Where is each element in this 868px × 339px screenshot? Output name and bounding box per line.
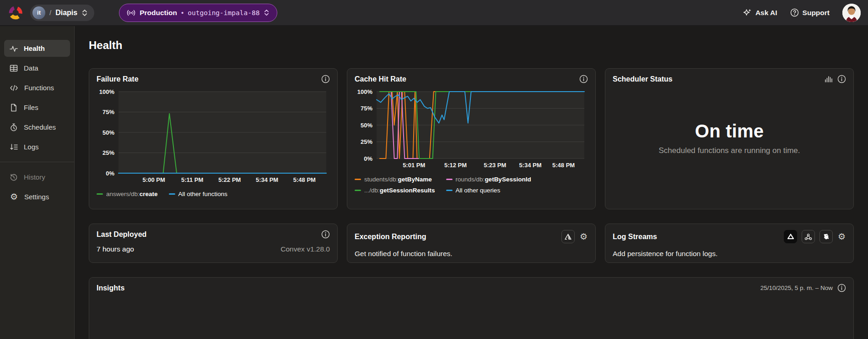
question-circle-icon	[790, 8, 799, 17]
topbar: it / Diapis Production • outgoing-impala…	[0, 0, 868, 26]
insights-date-range: 25/10/2025, 5 p. m. – Now	[760, 284, 833, 291]
svg-text:100%: 100%	[99, 88, 115, 95]
convex-dashboard: it / Diapis Production • outgoing-impala…	[0, 0, 868, 339]
svg-text:5:01 PM: 5:01 PM	[403, 162, 425, 169]
svg-text:5:48 PM: 5:48 PM	[552, 162, 575, 169]
axiom-icon[interactable]	[784, 230, 797, 243]
card-title: Exception Reporting	[355, 233, 426, 241]
sidebar-item-logs[interactable]: Logs	[4, 138, 70, 155]
svg-text:50%: 50%	[102, 129, 114, 136]
card-title: Scheduler Status	[613, 75, 673, 83]
info-icon[interactable]	[579, 75, 588, 83]
exception-reporting-description: Get notified of function failures.	[355, 250, 588, 258]
svg-text:5:11 PM: 5:11 PM	[181, 176, 203, 183]
sparkles-icon	[743, 8, 752, 17]
sidebar: Health Data Functions Files	[0, 26, 75, 339]
card-title: Log Streams	[613, 233, 657, 241]
cache-hit-rate-legend: students/db:getByNamerounds/db:getBySess…	[355, 176, 588, 194]
info-icon[interactable]	[837, 75, 846, 83]
info-icon[interactable]	[837, 284, 846, 292]
scheduler-body: On time Scheduled functions are running …	[605, 121, 853, 155]
health-grid: Failure Rate 0%25%50%75%100%5:00 PM5:11 …	[89, 68, 854, 339]
gear-icon[interactable]: ⚙	[837, 232, 846, 241]
broadcast-icon	[127, 9, 135, 16]
deployment-name: outgoing-impala-88	[188, 9, 259, 16]
card-header: Failure Rate	[97, 75, 330, 83]
svg-text:75%: 75%	[102, 109, 114, 115]
info-icon[interactable]	[321, 230, 330, 239]
scheduler-status-description: Scheduled functions are running on time.	[605, 146, 853, 155]
bar-chart-icon[interactable]	[825, 76, 833, 83]
team-avatar: it	[32, 6, 45, 19]
sidebar-item-label: Logs	[24, 143, 39, 151]
legend-swatch	[355, 190, 361, 191]
sidebar-item-label: Data	[24, 64, 38, 72]
ask-ai-label: Ask AI	[755, 9, 777, 17]
file-icon	[10, 104, 18, 112]
failure-rate-card: Failure Rate 0%25%50%75%100%5:00 PM5:11 …	[89, 68, 338, 209]
sidebar-item-label: Health	[24, 44, 45, 52]
legend-swatch	[446, 179, 453, 180]
scheduler-status-value: On time	[605, 121, 853, 142]
sidebar-item-schedules[interactable]: Schedules	[4, 119, 70, 136]
deployment-env: Production	[140, 9, 177, 17]
sidebar-item-data[interactable]: Data	[4, 60, 70, 77]
datadog-icon[interactable]	[819, 230, 833, 243]
cache-hit-rate-chart[interactable]: 0%25%50%75%100%5:01 PM5:12 PM5:23 PM5:34…	[355, 88, 588, 170]
sidebar-item-history[interactable]: History	[4, 169, 70, 186]
failure-rate-legend: answers/db:createAll other functions	[97, 191, 330, 197]
sidebar-item-health[interactable]: Health	[4, 40, 70, 57]
legend-item: students/db:getByName	[355, 176, 435, 183]
sidebar-item-settings[interactable]: ⚙ Settings	[4, 188, 70, 205]
svg-text:75%: 75%	[361, 105, 372, 112]
chevron-up-down-icon	[81, 9, 88, 16]
svg-text:5:22 PM: 5:22 PM	[218, 176, 241, 183]
sidebar-item-functions[interactable]: Functions	[4, 79, 70, 96]
stopwatch-icon	[10, 123, 18, 131]
code-icon	[10, 84, 18, 92]
project-name: Diapis	[55, 9, 77, 17]
legend-item: All other functions	[169, 191, 227, 197]
svg-text:5:00 PM: 5:00 PM	[143, 176, 165, 183]
svg-text:50%: 50%	[361, 122, 372, 129]
page-title: Health	[89, 39, 854, 52]
legend-item: answers/db:create	[97, 191, 158, 197]
team-project-selector[interactable]: it / Diapis	[30, 5, 94, 21]
user-photo	[842, 4, 861, 22]
svg-text:25%: 25%	[361, 138, 372, 145]
log-streams-description: Add persistence for function logs.	[613, 250, 846, 258]
support-button[interactable]: Support	[790, 8, 830, 17]
logs-icon	[10, 143, 18, 151]
exception-reporting-card: Exception Reporting ⚙ Get notified of fu…	[347, 224, 596, 263]
sidebar-item-label: Functions	[24, 84, 54, 92]
card-title: Insights	[97, 284, 124, 292]
sidebar-divider	[0, 162, 74, 162]
legend-item: All other queries	[446, 187, 531, 194]
gear-icon[interactable]: ⚙	[579, 232, 588, 241]
sidebar-item-files[interactable]: Files	[4, 99, 70, 116]
failure-rate-chart[interactable]: 0%25%50%75%100%5:00 PM5:11 PM5:22 PM5:34…	[97, 88, 330, 184]
insights-card: Insights 25/10/2025, 5 p. m. – Now	[89, 277, 854, 339]
breadcrumb-separator: /	[49, 9, 51, 16]
convex-version: Convex v1.28.0	[280, 245, 330, 253]
card-title: Last Deployed	[97, 230, 146, 239]
log-streams-card: Log Streams ⚙ Add persiste	[605, 224, 854, 263]
table-icon	[10, 64, 18, 72]
svg-text:0%: 0%	[364, 155, 372, 162]
svg-text:5:48 PM: 5:48 PM	[293, 176, 316, 183]
deployment-selector[interactable]: Production • outgoing-impala-88	[119, 4, 277, 22]
webhook-icon[interactable]	[802, 230, 815, 243]
legend-item: rounds/db:getBySessionId	[446, 176, 531, 183]
deployment-bullet: •	[181, 9, 183, 16]
info-icon[interactable]	[321, 75, 330, 83]
ask-ai-button[interactable]: Ask AI	[743, 8, 777, 17]
sentry-icon[interactable]	[561, 230, 575, 243]
svg-text:5:23 PM: 5:23 PM	[484, 162, 506, 169]
legend-swatch	[169, 193, 175, 195]
convex-logo[interactable]	[7, 5, 24, 21]
svg-text:5:34 PM: 5:34 PM	[519, 162, 541, 169]
support-label: Support	[803, 9, 830, 17]
card-header: Last Deployed	[97, 230, 330, 239]
cache-hit-rate-card: Cache Hit Rate 0%25%50%75%100%5:01 PM5:1…	[347, 68, 596, 209]
user-avatar[interactable]	[842, 4, 861, 22]
